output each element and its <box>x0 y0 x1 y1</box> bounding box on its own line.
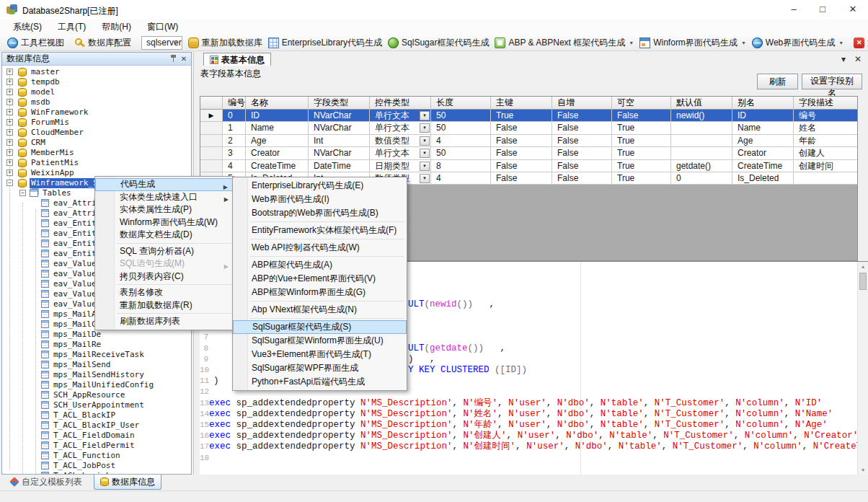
grid-cell[interactable] <box>671 147 732 159</box>
cell-dropdown-icon[interactable]: ▼ <box>420 162 430 171</box>
maximize-icon[interactable]: □ <box>810 0 836 19</box>
grid-cell[interactable]: CreateTime <box>246 160 309 172</box>
grid-header-名称[interactable]: 名称 <box>246 97 309 110</box>
grid-cell[interactable]: 单行文本▼ <box>370 147 431 159</box>
grid-cell[interactable]: ID <box>246 110 309 122</box>
menu-item-实体类生成快速入口[interactable]: 实体类生成快速入口▶ <box>95 191 234 204</box>
menu-item-实体类属性生成(P)[interactable]: 实体类属性生成(P) <box>95 203 234 216</box>
grid-cell[interactable]: 50 <box>431 147 491 159</box>
tree-item-mps_MailSend[interactable]: mps_MailSend <box>2 360 191 370</box>
tree-item-WinFramework[interactable]: +WinFramework <box>2 107 191 118</box>
menu-item-Winform界面代码生成(W)[interactable]: Winform界面代码生成(W) <box>95 216 234 229</box>
grid-header-selector[interactable] <box>200 97 223 110</box>
tree-item-T_ACL_FieldDomain[interactable]: T_ACL_FieldDomain <box>2 431 191 441</box>
tree-item-T_ACL_JobPost[interactable]: T_ACL_JobPost <box>2 461 191 471</box>
database-type-combo[interactable]: sqlserver∨ <box>141 36 182 50</box>
grid-cell[interactable]: 单行文本▼ <box>370 110 431 122</box>
tree-item-model[interactable]: +model <box>2 87 191 97</box>
grid-cell[interactable]: Creator <box>732 147 794 159</box>
toolbar-button-退出[interactable]: 退出 <box>851 36 868 50</box>
toolbar-button-ABP & ABPNext 框架代码生成[interactable]: ABP & ABPNext 框架代码生成▼ <box>492 36 637 50</box>
grid-cell[interactable]: 编号 <box>794 110 858 122</box>
grid-cell[interactable]: False <box>552 160 612 172</box>
chevron-down-icon[interactable]: ∨ <box>173 39 178 46</box>
menu-item-SQL语句生成(M)[interactable]: SQL语句生成(M)▶ <box>95 257 234 270</box>
grid-row-header[interactable] <box>200 160 223 172</box>
grid-cell[interactable]: 50 <box>431 110 491 122</box>
tree-item-msdb[interactable]: +msdb <box>2 97 191 107</box>
toolbar-button-EnterpriseLibrary代码生成[interactable]: EnterpriseLibrary代码生成 <box>265 36 385 50</box>
grid-cell[interactable]: True <box>612 147 671 159</box>
refresh-button[interactable]: 刷新 <box>757 74 798 89</box>
tree-expand-icon[interactable]: + <box>6 79 13 85</box>
pin-icon[interactable] <box>168 54 178 64</box>
tree-item-tempdb[interactable]: +tempdb <box>2 77 191 87</box>
grid-cell[interactable]: True <box>612 172 671 185</box>
grid-cell[interactable]: Age <box>732 135 794 147</box>
grid-cell[interactable]: True <box>612 160 671 172</box>
grid-cell[interactable]: newid() <box>671 110 732 122</box>
grid-header-字段描述[interactable]: 字段描述 <box>794 97 858 110</box>
grid-cell[interactable]: NVarChar <box>309 110 370 122</box>
grid-header-可空[interactable]: 可空 <box>612 97 671 110</box>
cell-dropdown-icon[interactable]: ▼ <box>420 174 430 183</box>
grid-cell[interactable]: False <box>552 122 612 134</box>
grid-cell[interactable]: False <box>491 160 552 172</box>
tree-item-MemberMis[interactable]: +MemberMis <box>2 148 191 158</box>
tree-item-mps_MailUnifiedConfig[interactable]: mps_MailUnifiedConfig <box>2 380 191 390</box>
grid-cell[interactable] <box>794 172 858 185</box>
grid-cell[interactable]: Age <box>246 135 309 147</box>
grid-cell[interactable]: CreateTime <box>732 160 794 172</box>
menu-item-Web界面代码生成(I)[interactable]: Web界面代码生成(I) <box>233 193 407 206</box>
grid-cell[interactable]: True <box>612 122 671 134</box>
grid-cell[interactable]: DateTime <box>309 160 370 172</box>
grid-cell[interactable]: False <box>491 135 552 147</box>
menu-item-Web API控制器代码生成(W)[interactable]: Web API控制器代码生成(W) <box>233 241 407 255</box>
grid-cell[interactable]: 3 <box>223 147 246 159</box>
grid-header-自增[interactable]: 自增 <box>552 97 612 110</box>
tree-item-CloudMember[interactable]: +CloudMember <box>2 128 191 138</box>
grid-cell[interactable]: 创建人 <box>794 147 858 159</box>
grid-header-默认值[interactable]: 默认值 <box>671 97 732 110</box>
grid-cell[interactable]: Creator <box>246 147 309 159</box>
menu-item-SqlSugar框架代码生成(S)[interactable]: SqlSugar框架代码生成(S) <box>233 320 407 334</box>
menu-item-Bootstrap的Web界面代码生成(B)[interactable]: Bootstrap的Web界面代码生成(B) <box>233 206 407 220</box>
tree-item-SCH_UserAppointment[interactable]: SCH_UserAppointment <box>2 400 191 410</box>
grid-header-控件类型[interactable]: 控件类型 <box>370 97 431 110</box>
tree-item-mps_MailReceiveTask[interactable]: mps_MailReceiveTask <box>2 350 191 360</box>
minimize-icon[interactable]: – <box>781 0 807 19</box>
toolbar-button-Web界面代码生成[interactable]: Web界面代码生成▼ <box>749 36 846 50</box>
bottom-tab-数据库信息[interactable]: 数据库信息 <box>94 475 161 490</box>
grid-header-字段类型[interactable]: 字段类型 <box>309 97 370 110</box>
tree-expand-icon[interactable]: + <box>6 149 13 156</box>
grid-cell[interactable]: True <box>612 135 671 147</box>
grid-header-别名[interactable]: 别名 <box>732 97 794 110</box>
menu-item-EnterpriseLibrary代码生成(E)[interactable]: EnterpriseLibrary代码生成(E) <box>233 179 407 193</box>
menu-item-Vue3+Element界面代码生成(T)[interactable]: Vue3+Element界面代码生成(T) <box>233 348 407 361</box>
tree-expand-icon[interactable]: + <box>6 89 13 95</box>
grid-cell[interactable]: Name <box>246 122 309 134</box>
grid-cell[interactable]: 数值类型▼ <box>370 135 431 147</box>
scroll-down-icon[interactable]: ▼ <box>858 465 868 475</box>
tree-item-T_ACL_BlackIP[interactable]: T_ACL_BlackIP <box>2 410 191 420</box>
menu-item-SqlSugar框架Winform界面生成(U)[interactable]: SqlSugar框架Winform界面生成(U) <box>233 334 407 348</box>
grid-cell[interactable]: 4 <box>431 135 491 147</box>
dropdown-arrow-icon[interactable]: ▼ <box>838 40 843 45</box>
grid-row-header[interactable] <box>200 147 223 159</box>
grid-cell[interactable]: False <box>552 110 612 122</box>
grid-cell[interactable]: False <box>552 172 612 185</box>
grid-row-header[interactable] <box>200 122 223 134</box>
tree-item-T_ACL_LoginLog[interactable]: T_ACL_LoginLog <box>2 471 191 474</box>
grid-cell[interactable]: 4 <box>431 172 491 185</box>
bottom-tab-自定义模板列表[interactable]: 自定义模板列表 <box>4 475 88 489</box>
tab-table-basic-info[interactable]: 表基本信息 <box>203 53 271 66</box>
tree-expand-icon[interactable]: + <box>6 109 13 115</box>
toolbar-button-SqlSugar框架代码生成[interactable]: SqlSugar框架代码生成 <box>385 36 492 50</box>
dropdown-arrow-icon[interactable]: ▼ <box>741 40 746 45</box>
grid-cell[interactable]: False <box>491 172 552 185</box>
tree-item-T_ACL_FieldPermit[interactable]: T_ACL_FieldPermit <box>2 441 191 451</box>
menu-item-表别名修改[interactable]: 表别名修改 <box>95 286 234 299</box>
scroll-up-icon[interactable]: ▲ <box>858 262 868 272</box>
tree-item-T_ACL_BlackIP_User[interactable]: T_ACL_BlackIP_User <box>2 420 191 431</box>
grid-cell[interactable]: False <box>491 147 552 159</box>
